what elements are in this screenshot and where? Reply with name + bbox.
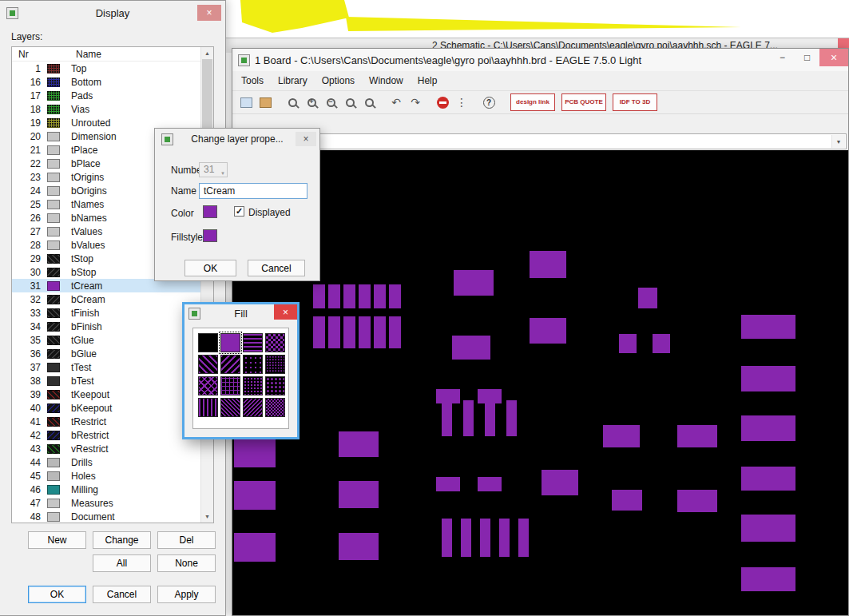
pcb-pad[interactable] — [619, 334, 637, 353]
change-button[interactable]: Change — [93, 531, 151, 549]
layer-color-swatch[interactable] — [47, 91, 60, 101]
layer-row[interactable]: 48Document — [12, 510, 200, 523]
layer-color-swatch[interactable] — [47, 186, 60, 196]
layer-color-swatch[interactable] — [47, 118, 60, 128]
all-button[interactable]: All — [93, 554, 151, 572]
pcb-pad[interactable] — [442, 400, 452, 436]
pcb-pad[interactable] — [638, 288, 657, 308]
layer-row[interactable]: 45Holes — [12, 469, 200, 483]
pcb-pad[interactable] — [530, 318, 566, 344]
layer-color-swatch[interactable] — [47, 295, 60, 304]
layer-color-swatch[interactable] — [47, 512, 60, 522]
fill-pattern-empty[interactable] — [198, 333, 218, 352]
change-cancel-button[interactable]: Cancel — [248, 260, 305, 276]
pcb-pad[interactable] — [452, 336, 490, 360]
fill-pattern-stipple-fine[interactable] — [243, 376, 263, 395]
pcb-pad[interactable] — [359, 284, 371, 308]
pcb-pad[interactable] — [328, 316, 340, 348]
overflow-menu-icon[interactable]: ⋮ — [453, 93, 470, 111]
layer-color-swatch[interactable] — [47, 268, 60, 277]
layer-row[interactable]: 17Pads — [12, 89, 200, 102]
fill-pattern-solid[interactable] — [220, 333, 240, 352]
pcb-pad[interactable] — [741, 366, 795, 391]
displayed-checkbox[interactable]: ✓ — [234, 206, 244, 217]
apply-button[interactable]: Apply — [157, 586, 216, 603]
fill-pattern-checker[interactable] — [265, 333, 285, 352]
fill-pattern-slash[interactable] — [198, 355, 218, 374]
pcb-pad[interactable] — [480, 519, 490, 557]
pcb-pad[interactable] — [339, 431, 379, 457]
layer-list-scrollbar[interactable]: ▲ ▼ — [200, 47, 213, 523]
menu-item-tools[interactable]: Tools — [234, 73, 271, 89]
pcb-pad[interactable] — [653, 334, 670, 353]
layer-row[interactable]: 37tTest — [12, 360, 200, 374]
command-dropdown[interactable]: ▼ — [234, 133, 847, 149]
pcb-pad[interactable] — [542, 470, 578, 495]
del-button[interactable]: Del — [157, 531, 216, 549]
pcb-pad[interactable] — [343, 284, 355, 308]
stop-icon[interactable] — [434, 93, 451, 111]
layer-row[interactable]: 42bRestrict — [12, 428, 200, 442]
ok-button[interactable]: OK — [28, 586, 86, 603]
layer-row[interactable]: 38bTest — [12, 374, 200, 387]
pcb-pad[interactable] — [677, 490, 717, 512]
layer-row[interactable]: 35tGlue — [12, 333, 200, 347]
pcb-pad[interactable] — [518, 519, 529, 557]
layer-color-swatch[interactable] — [47, 499, 60, 508]
cancel-button[interactable]: Cancel — [93, 586, 151, 603]
layer-row[interactable]: 46Milling — [12, 483, 200, 496]
fill-pattern-stipple-medium[interactable] — [265, 376, 285, 395]
pcb-pad[interactable] — [612, 490, 642, 511]
layer-color-swatch[interactable] — [47, 173, 60, 182]
fillstyle-swatch-button[interactable] — [203, 229, 217, 242]
layer-color-swatch[interactable] — [47, 458, 60, 467]
zoom-select-icon[interactable] — [341, 93, 359, 111]
layer-color-swatch[interactable] — [47, 227, 60, 236]
display-dialog-titlebar[interactable]: Display × — [0, 1, 225, 25]
scrollbar-thumb[interactable] — [202, 59, 212, 135]
layer-color-swatch[interactable] — [47, 64, 60, 74]
redo-icon[interactable]: ↷ — [407, 93, 424, 111]
fill-pattern-crosshatch-grid[interactable] — [220, 376, 240, 395]
layer-row[interactable]: 41tRestrict — [12, 415, 200, 428]
pcb-pad[interactable] — [436, 477, 460, 491]
toolbar-button-idf-to-3d[interactable]: IDF TO 3D — [613, 93, 657, 111]
menu-item-window[interactable]: Window — [362, 73, 411, 89]
display-close-icon[interactable]: × — [197, 5, 221, 21]
layer-color-swatch[interactable] — [47, 322, 60, 332]
layer-row[interactable]: 40bKeepout — [12, 401, 200, 415]
layer-color-swatch[interactable] — [47, 77, 60, 87]
fill-pattern-dots-dense[interactable] — [265, 355, 285, 374]
pcb-pad[interactable] — [339, 481, 379, 508]
pcb-pad[interactable] — [741, 415, 795, 441]
layer-color-swatch[interactable] — [47, 471, 60, 481]
toolbar-button-pcb-quote[interactable]: PCB QUOTE — [561, 93, 606, 111]
layer-color-swatch[interactable] — [47, 308, 60, 318]
pcb-pad[interactable] — [234, 439, 276, 467]
fill-dialog-titlebar[interactable]: Fill × — [184, 304, 297, 323]
minimize-button[interactable]: − — [770, 49, 795, 66]
layer-row[interactable]: 44Drills — [12, 455, 200, 469]
pcb-pad[interactable] — [234, 533, 276, 562]
layer-row[interactable]: 32bCream — [12, 292, 200, 306]
fill-pattern-checker-fine[interactable] — [265, 398, 285, 417]
layer-color-swatch[interactable] — [47, 485, 60, 495]
layer-color-swatch[interactable] — [47, 159, 60, 169]
layer-row[interactable]: 39tKeepout — [12, 387, 200, 401]
menu-item-library[interactable]: Library — [271, 73, 315, 89]
fill-pattern-stripes-horizontal[interactable] — [243, 333, 263, 352]
layer-color-swatch[interactable] — [47, 336, 60, 345]
zoom-redraw-icon[interactable] — [360, 93, 378, 111]
layer-color-swatch[interactable] — [47, 363, 60, 372]
undo-icon[interactable]: ↶ — [387, 93, 405, 111]
menu-item-options[interactable]: Options — [315, 73, 362, 89]
open-schematic-icon[interactable] — [237, 93, 255, 111]
close-button[interactable]: × — [819, 49, 848, 66]
pcb-pad[interactable] — [359, 316, 371, 348]
pcb-pad[interactable] — [741, 467, 795, 491]
pcb-pad[interactable] — [741, 315, 795, 339]
pcb-pad[interactable] — [506, 400, 517, 436]
pcb-pad[interactable] — [313, 284, 325, 308]
zoom-in-icon[interactable]: + — [303, 93, 320, 111]
fill-pattern-dots-sparse[interactable] — [243, 355, 263, 374]
